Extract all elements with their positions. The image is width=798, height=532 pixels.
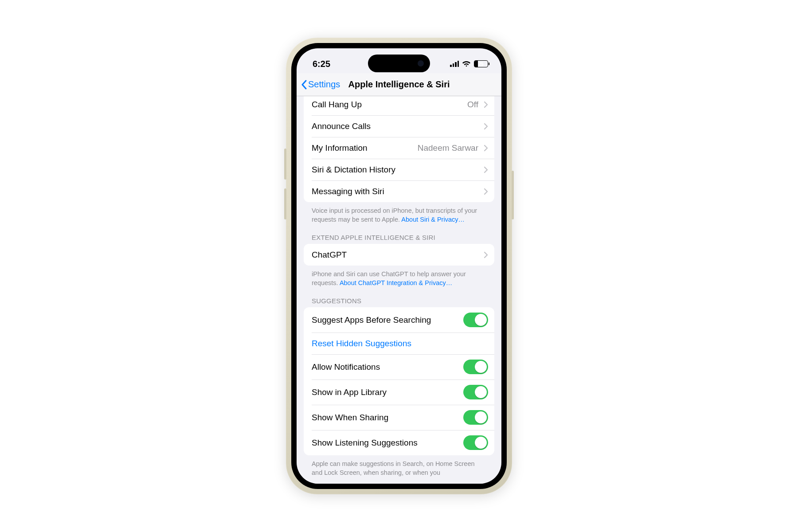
- group2-header: Extend Apple Intelligence & Siri: [304, 224, 494, 244]
- chevron-right-icon: [484, 145, 488, 152]
- status-time: 6:25: [313, 59, 330, 69]
- row-label: Siri & Dictation History: [312, 165, 484, 175]
- toggle-show-listening[interactable]: [463, 435, 488, 450]
- cellular-icon: [450, 61, 459, 67]
- row-suggest-apps: Suggest Apps Before Searching: [304, 307, 494, 332]
- row-show-listening-suggestions: Show Listening Suggestions: [304, 430, 494, 455]
- status-right: 25: [450, 60, 488, 67]
- row-label: Allow Notifications: [312, 362, 463, 372]
- siri-settings-group: Call Hang Up Off Announce Calls: [304, 96, 494, 202]
- chevron-right-icon: [484, 123, 488, 130]
- nav-bar: Settings Apple Intelligence & Siri: [297, 73, 501, 96]
- row-label: Suggest Apps Before Searching: [312, 315, 463, 325]
- scroll-area[interactable]: Call Hang Up Off Announce Calls: [297, 96, 501, 484]
- group3-footer: Apple can make suggestions in Search, on…: [304, 455, 494, 477]
- row-label: Show Listening Suggestions: [312, 438, 463, 448]
- row-call-hang-up[interactable]: Call Hang Up Off: [304, 96, 494, 115]
- row-allow-notifications: Allow Notifications: [304, 354, 494, 379]
- toggle-allow-notifications[interactable]: [463, 360, 488, 374]
- page-title: Apple Intelligence & Siri: [348, 79, 450, 90]
- battery-icon: 25: [474, 60, 488, 67]
- phone-screen: 6:25 25 Settings: [297, 48, 501, 484]
- row-value: Nadeem Sarwar: [418, 143, 478, 153]
- group3-header: Suggestions: [304, 287, 494, 307]
- row-label: Reset Hidden Suggestions: [312, 339, 488, 348]
- phone-frame: 6:25 25 Settings: [286, 38, 512, 494]
- chevron-right-icon: [484, 188, 488, 195]
- row-announce-calls[interactable]: Announce Calls: [304, 115, 494, 137]
- phone-bezel: 6:25 25 Settings: [291, 43, 507, 489]
- row-messaging-with-siri[interactable]: Messaging with Siri: [304, 180, 494, 202]
- extend-intelligence-group: ChatGPT: [304, 244, 494, 266]
- row-label: Announce Calls: [312, 121, 484, 131]
- row-siri-dictation-history[interactable]: Siri & Dictation History: [304, 159, 494, 180]
- toggle-show-app-library[interactable]: [463, 385, 488, 399]
- wifi-icon: [462, 61, 471, 67]
- chevron-right-icon: [484, 101, 488, 108]
- about-siri-privacy-link[interactable]: About Siri & Privacy…: [401, 216, 465, 223]
- phone-side-button: [512, 171, 514, 219]
- row-label: ChatGPT: [312, 250, 484, 260]
- row-label: Show in App Library: [312, 387, 463, 397]
- row-label: My Information: [312, 143, 418, 153]
- group1-footer: Voice input is processed on iPhone, but …: [304, 202, 494, 224]
- row-my-information[interactable]: My Information Nadeem Sarwar: [304, 137, 494, 159]
- row-value: Off: [467, 100, 478, 110]
- group2-footer: iPhone and Siri can use ChatGPT to help …: [304, 266, 494, 287]
- chevron-right-icon: [484, 166, 488, 173]
- row-show-when-sharing: Show When Sharing: [304, 405, 494, 430]
- row-chatgpt[interactable]: ChatGPT: [304, 244, 494, 266]
- suggestions-group: Suggest Apps Before Searching Reset Hidd…: [304, 307, 494, 455]
- dynamic-island: [368, 55, 430, 72]
- row-label: Messaging with Siri: [312, 187, 484, 196]
- row-reset-hidden-suggestions[interactable]: Reset Hidden Suggestions: [304, 332, 494, 354]
- row-show-app-library: Show in App Library: [304, 379, 494, 405]
- row-label: Show When Sharing: [312, 413, 463, 422]
- about-chatgpt-privacy-link[interactable]: About ChatGPT Integration & Privacy…: [340, 279, 452, 286]
- footer-text: Apple can make suggestions in Search, on…: [312, 460, 475, 476]
- row-label: Call Hang Up: [312, 100, 467, 110]
- back-button[interactable]: Settings: [301, 79, 340, 90]
- battery-percent: 25: [474, 62, 488, 66]
- toggle-show-when-sharing[interactable]: [463, 410, 488, 425]
- back-label: Settings: [308, 79, 340, 90]
- toggle-suggest-apps[interactable]: [463, 313, 488, 327]
- chevron-right-icon: [484, 251, 488, 258]
